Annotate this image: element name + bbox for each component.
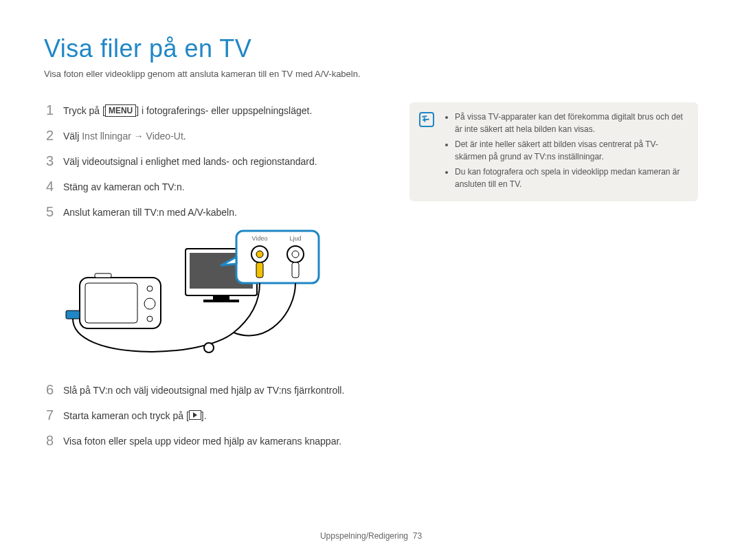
page-title: Visa filer på en TV	[44, 34, 698, 63]
step-text-post: .	[183, 131, 186, 142]
svg-point-18	[204, 343, 214, 352]
menu-button-token: MENU	[105, 104, 136, 117]
step-number: 7	[44, 407, 55, 423]
svg-rect-9	[256, 262, 263, 278]
svg-rect-16	[95, 273, 111, 278]
note-item: Det är inte heller säkert att bilden vis…	[455, 138, 687, 163]
svg-rect-3	[203, 300, 239, 302]
av-connector-callout: Video Ljud	[221, 231, 319, 283]
step-2: 2 Välj Inst llningar → Video-Ut.	[44, 128, 381, 144]
diagram-svg: Video Ljud	[62, 229, 337, 367]
step-number: 2	[44, 128, 55, 143]
step-text-pre: Tryck på [	[63, 105, 105, 116]
step-body: Välj Inst llningar → Video-Ut.	[63, 128, 381, 144]
svg-point-6	[256, 251, 263, 258]
step-body: Anslut kameran till TV:n med A/V-kabeln.	[63, 204, 381, 220]
svg-rect-10	[292, 262, 299, 278]
right-column: På vissa TV-apparater kan det förekomma …	[409, 102, 698, 201]
step-1: 1 Tryck på [MENU] i fotograferings- elle…	[44, 102, 381, 118]
note-list: På vissa TV-apparater kan det förekomma …	[445, 111, 687, 190]
step-number: 6	[44, 382, 55, 397]
left-column: 1 Tryck på [MENU] i fotograferings- elle…	[44, 102, 381, 458]
svg-point-15	[147, 316, 153, 322]
step-body: Välj videoutsignal i enlighet med lands-…	[63, 153, 381, 169]
camera-icon	[80, 273, 161, 328]
step-4: 4 Stäng av kameran och TV:n.	[44, 179, 381, 194]
step-body: Visa foton eller spela upp videor med hj…	[63, 433, 381, 449]
step-number: 4	[44, 179, 55, 194]
document-page: Visa filer på en TV Visa foton eller vid…	[0, 0, 742, 560]
step-body: Starta kameran och tryck på [].	[63, 407, 381, 423]
svg-rect-4	[236, 231, 319, 283]
video-jack-label: Video	[252, 235, 268, 242]
page-subtitle: Visa foton eller videoklipp genom att an…	[44, 69, 698, 79]
note-item: Du kan fotografera och spela in videokli…	[455, 166, 687, 190]
svg-rect-2	[213, 295, 229, 300]
info-note-box: På vissa TV-apparater kan det förekomma …	[409, 102, 698, 201]
two-column-layout: 1 Tryck på [MENU] i fotograferings- elle…	[44, 102, 698, 458]
svg-rect-12	[85, 283, 137, 323]
connection-diagram: Video Ljud	[62, 229, 381, 370]
svg-rect-17	[66, 311, 80, 319]
step-6: 6 Slå på TV:n och välj videoutsignal med…	[44, 382, 381, 398]
step-5: 5 Anslut kameran till TV:n med A/V-kabel…	[44, 204, 381, 220]
step-number: 3	[44, 153, 55, 168]
step-text-post: ].	[201, 410, 207, 421]
step-number: 5	[44, 204, 55, 219]
svg-point-8	[292, 251, 299, 258]
step-number: 8	[44, 433, 55, 448]
step-number: 1	[44, 102, 55, 117]
step-text-pre: Starta kameran och tryck på [	[63, 410, 189, 421]
svg-point-14	[147, 286, 153, 291]
step-8: 8 Visa foton eller spela upp videor med …	[44, 433, 381, 449]
playback-button-token	[189, 410, 201, 420]
step-text-post: ] i fotograferings- eller uppspelningslä…	[136, 105, 312, 116]
step-body: Tryck på [MENU] i fotograferings- eller …	[63, 102, 381, 118]
footer-page-number: 73	[413, 531, 422, 541]
note-icon	[419, 112, 434, 127]
footer-section: Uppspelning/Redigering	[320, 531, 408, 541]
step-3: 3 Välj videoutsignal i enlighet med land…	[44, 153, 381, 169]
note-item: På vissa TV-apparater kan det förekomma …	[455, 111, 687, 135]
svg-point-13	[144, 298, 155, 309]
audio-jack-label: Ljud	[289, 235, 301, 242]
step-body: Slå på TV:n och välj videoutsignal med h…	[63, 382, 381, 398]
step-text-pre: Välj	[63, 131, 82, 142]
menu-path: Inst llningar → Video-Ut	[82, 131, 183, 142]
step-body: Stäng av kameran och TV:n.	[63, 179, 381, 194]
page-footer: Uppspelning/Redigering 73	[0, 531, 742, 541]
step-7: 7 Starta kameran och tryck på [].	[44, 407, 381, 423]
